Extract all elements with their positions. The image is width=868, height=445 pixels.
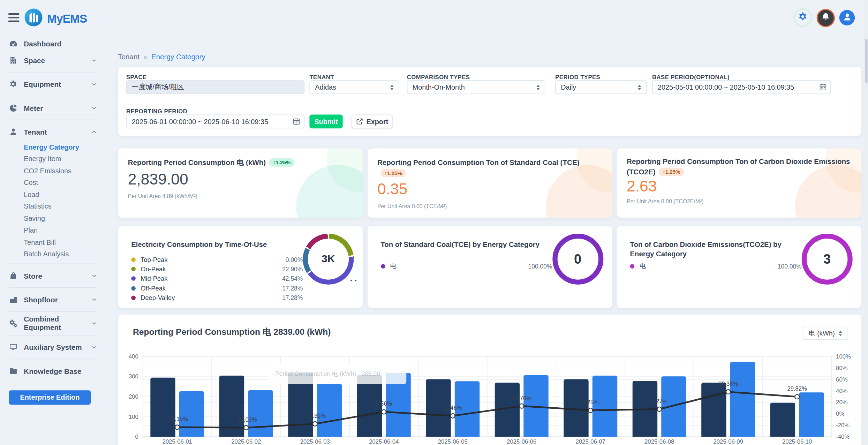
reporting-period-input[interactable] bbox=[126, 115, 304, 129]
period-types-select[interactable]: Daily bbox=[555, 80, 647, 94]
svg-text:100: 100 bbox=[129, 414, 138, 420]
svg-text:3.56%: 3.56% bbox=[376, 400, 392, 407]
sidebar-item-tenant-bill[interactable]: Tenant Bill bbox=[24, 236, 97, 248]
legend-item-off-peak[interactable]: Off-Peak17.28% bbox=[131, 284, 303, 293]
sidebar-item-plan[interactable]: Plan bbox=[24, 225, 97, 236]
equipment-icon bbox=[9, 80, 18, 89]
sidebar-item-label: Combined Equipment bbox=[24, 315, 85, 332]
sidebar-item-knowledge-base[interactable]: Knowledge Base bbox=[9, 363, 97, 379]
sidebar-item-label: Store bbox=[24, 272, 42, 280]
chevron-down-icon bbox=[91, 57, 97, 64]
svg-text:38.38%: 38.38% bbox=[718, 380, 738, 387]
card-title: Ton of Standard Coal(TCE) by Energy Cate… bbox=[380, 240, 546, 249]
sidebar-item-label: Space bbox=[24, 56, 45, 65]
export-icon bbox=[356, 118, 363, 125]
legend-item-[interactable]: 电100.00% bbox=[630, 261, 802, 271]
svg-text:6.25%: 6.25% bbox=[582, 399, 599, 406]
svg-text:0: 0 bbox=[135, 433, 138, 440]
svg-text:80%: 80% bbox=[836, 365, 848, 371]
svg-text:20%: 20% bbox=[836, 399, 848, 406]
app-logo[interactable]: MyEMS bbox=[24, 8, 87, 29]
sidebar-divider bbox=[9, 287, 97, 288]
reporting-period-label: REPORTING PERIOD bbox=[126, 108, 187, 115]
legend-item-deep-valley[interactable]: Deep-Valley17.28% bbox=[131, 293, 303, 303]
sidebar-item-meter[interactable]: Meter bbox=[9, 100, 97, 116]
period-select-value: Daily bbox=[561, 83, 576, 91]
legend-percentage: 0.00% bbox=[286, 256, 303, 263]
legend-item-mid-peak[interactable]: Mid-Peak42.54% bbox=[131, 274, 303, 284]
legend-dot bbox=[131, 267, 136, 271]
space-input[interactable] bbox=[126, 80, 304, 94]
svg-text:2025-06-10: 2025-06-10 bbox=[782, 438, 812, 445]
sidebar-item-energy-item[interactable]: Energy Item bbox=[24, 153, 97, 165]
hamburger-menu-icon[interactable] bbox=[8, 13, 20, 22]
export-button[interactable]: Export bbox=[352, 115, 392, 129]
base-period-input[interactable] bbox=[652, 80, 831, 94]
sidebar-item-load[interactable]: Load bbox=[24, 189, 97, 201]
sidebar-divider bbox=[9, 120, 97, 120]
submit-button[interactable]: Submit bbox=[309, 115, 342, 129]
sidebar-item-shopfloor[interactable]: Shopfloor bbox=[9, 291, 97, 308]
sidebar-item-label: Tenant bbox=[24, 128, 47, 136]
sidebar-item-saving[interactable]: Saving bbox=[24, 213, 97, 225]
legend-item-[interactable]: 电100.00% bbox=[380, 261, 552, 271]
legend-dot bbox=[131, 296, 136, 300]
sidebar-divider bbox=[9, 359, 97, 360]
sidebar-item-batch-analysis[interactable]: Batch Analysis bbox=[24, 248, 97, 260]
svg-text:13.70%: 13.70% bbox=[512, 395, 531, 401]
calendar-icon[interactable] bbox=[292, 118, 301, 126]
svg-text:-17.39%: -17.39% bbox=[304, 413, 326, 419]
chevron-up-icon bbox=[91, 128, 97, 135]
sidebar-item-cost[interactable]: Cost bbox=[24, 177, 97, 189]
sidebar-item-statistics[interactable]: Statistics bbox=[24, 201, 97, 212]
comparison-types-select[interactable]: Month-On-Month bbox=[407, 80, 545, 94]
legend-label: 电 bbox=[640, 262, 646, 270]
tou-legend: Top-Peak0.00%On-Peak22.90%Mid-Peak42.54%… bbox=[131, 255, 303, 303]
sidebar-item-co2-emissions[interactable]: CO2 Emissions bbox=[24, 165, 97, 177]
svg-text:29.82%: 29.82% bbox=[787, 385, 807, 392]
breadcrumb-energy-category[interactable]: Energy Category bbox=[151, 53, 205, 61]
svg-text:60%: 60% bbox=[836, 376, 848, 383]
legend-percentage: 100.00% bbox=[778, 263, 802, 270]
legend-percentage: 22.90% bbox=[282, 266, 303, 272]
sidebar-item-space[interactable]: Space bbox=[9, 52, 97, 69]
select-arrows-icon bbox=[638, 84, 641, 90]
svg-text:-3.46%: -3.46% bbox=[444, 405, 462, 411]
export-button-label: Export bbox=[366, 118, 388, 125]
legend-item-top-peak[interactable]: Top-Peak0.00% bbox=[131, 255, 303, 264]
sidebar-item-combined-equipment[interactable]: Combined Equipment bbox=[9, 315, 97, 332]
select-arrows-icon bbox=[390, 84, 394, 90]
sidebar-divider bbox=[9, 335, 97, 335]
enterprise-edition-button[interactable]: Enterprise Edition bbox=[9, 390, 91, 405]
sidebar-item-auxiliary-system[interactable]: Auxiliary System bbox=[9, 339, 97, 356]
tenant-label: TENANT bbox=[309, 74, 334, 80]
sidebar-item-dashboard[interactable]: Dashboard bbox=[9, 36, 97, 52]
breadcrumb-tenant[interactable]: Tenant bbox=[118, 53, 139, 61]
legend-label: Off-Peak bbox=[141, 285, 166, 292]
user-avatar[interactable] bbox=[839, 10, 855, 25]
tco2e-donut-card: Ton of Carbon Dioxide Emissions(TCO2E) b… bbox=[617, 226, 861, 308]
user-icon bbox=[842, 12, 852, 23]
scrollbar-thumb[interactable] bbox=[865, 39, 867, 83]
breadcrumb: Tenant»Energy Category bbox=[118, 53, 205, 61]
card-title: Electricity Consumption by Time-Of-Use bbox=[131, 240, 297, 249]
legend-percentage: 17.28% bbox=[282, 285, 303, 292]
svg-text:8.27%: 8.27% bbox=[651, 398, 667, 405]
sidebar-divider bbox=[9, 311, 97, 312]
change-badge: ↑1.25% bbox=[269, 158, 295, 167]
chevron-down-icon bbox=[91, 105, 97, 111]
svg-text:0%: 0% bbox=[836, 410, 844, 417]
card-title: Ton of Carbon Dioxide Emissions(TCO2E) b… bbox=[630, 240, 796, 259]
legend-item-on-peak[interactable]: On-Peak22.90% bbox=[131, 264, 303, 274]
sidebar-item-equipment[interactable]: Equipment bbox=[9, 76, 97, 92]
notifications-button[interactable] bbox=[817, 9, 835, 27]
sidebar-item-energy-category[interactable]: Energy Category bbox=[24, 141, 97, 153]
sidebar-item-store[interactable]: Store bbox=[9, 267, 97, 284]
summary-card-tce: Reporting Period Consumption Ton of Stan… bbox=[367, 148, 612, 217]
chevron-down-icon bbox=[91, 344, 97, 350]
tenant-select-value: Adidas bbox=[315, 83, 336, 91]
tenant-select[interactable]: Adidas bbox=[309, 80, 399, 94]
calendar-icon[interactable] bbox=[819, 83, 828, 92]
sidebar-item-tenant[interactable]: Tenant bbox=[9, 123, 97, 140]
settings-button[interactable] bbox=[793, 8, 812, 27]
